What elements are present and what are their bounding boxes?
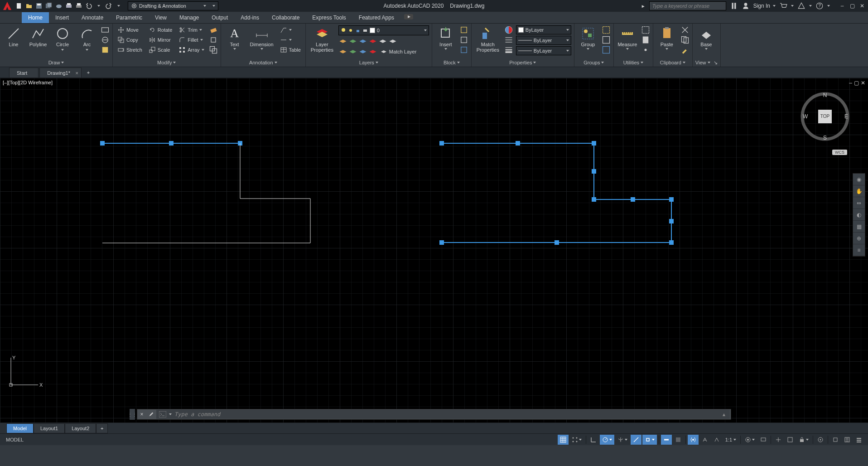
layer-properties-button[interactable]: Layer Properties [309,25,336,53]
cart-icon[interactable] [779,2,787,10]
panel-groups-title[interactable]: Groups [577,58,611,67]
otrack-icon[interactable] [631,435,641,445]
arc-button[interactable]: Arc [76,25,98,51]
customize-icon[interactable] [854,435,864,445]
isolate-icon[interactable] [815,435,826,445]
ortho-icon[interactable] [588,435,599,445]
dimension-button[interactable]: Dimension [248,25,275,50]
qat-plot-icon[interactable] [64,1,73,10]
command-input[interactable]: Type a command [174,411,220,417]
text-button[interactable]: AText [224,25,246,50]
command-drag-handle[interactable]: ⋮⋮ [130,409,135,420]
trim-button[interactable]: Trim [177,25,206,34]
tab-insert[interactable]: Insert [49,12,75,23]
nav-pan-icon[interactable]: ✋ [853,185,865,197]
lock-ui-icon[interactable] [796,435,811,445]
units-icon[interactable] [773,435,784,445]
qat-save-icon[interactable] [34,1,43,10]
group-edit-icon[interactable] [602,35,611,44]
color-selector[interactable]: ByLayer [516,25,571,34]
calc-icon[interactable] [641,35,650,44]
hardware-accel-icon[interactable] [830,435,841,445]
tab-featured[interactable]: Featured Apps [352,12,400,23]
qat-cloud-icon[interactable] [54,1,63,10]
command-settings-icon[interactable] [146,411,155,418]
tab-play-icon[interactable] [400,12,417,23]
file-tab-drawing1[interactable]: Drawing1*× [39,68,82,78]
layer-tool-1[interactable] [338,37,347,46]
point-icon[interactable] [641,45,650,54]
layer-tool-10[interactable] [368,47,377,56]
layer-tool-2[interactable] [348,37,357,46]
tab-output[interactable]: Output [205,12,234,23]
clean-screen-icon[interactable] [842,435,853,445]
vp-maximize-icon[interactable]: ▢ [854,80,859,86]
maximize-button[interactable]: ▢ [848,2,856,10]
snap-mode-icon[interactable] [569,435,584,445]
insert-button[interactable]: Insert [435,25,457,50]
table-button[interactable]: Table [278,45,303,54]
scale-button[interactable]: Scale [147,45,174,54]
osnap-icon[interactable] [642,435,657,445]
qat-redo-icon[interactable] [104,1,113,10]
brush-icon[interactable] [680,45,690,54]
close-button[interactable]: ✕ [858,2,866,10]
panel-block-title[interactable]: Block [435,58,468,67]
array-button[interactable]: Array [177,45,206,54]
nav-6-icon[interactable]: ≡ [853,244,865,256]
help-icon[interactable]: ? [815,2,824,10]
drawing-canvas[interactable]: [–][Top][2D Wireframe] – ▢ ✕ TOP N S W E… [0,78,868,422]
layer-tool-3[interactable] [358,37,367,46]
nav-orbit-icon[interactable]: ◐ [853,209,865,221]
rotate-button[interactable]: Rotate [147,25,174,34]
command-close-icon[interactable]: × [137,411,146,417]
edit-block-icon[interactable] [459,35,468,44]
mirror-button[interactable]: Mirror [147,35,174,44]
nav-5-icon[interactable]: ⊕ [853,233,865,244]
panel-annotation-title[interactable]: Annotation [224,58,303,67]
workspace-selector[interactable]: Drafting & Annotation [128,1,218,10]
grid-display-icon[interactable] [558,435,569,445]
match-layer-button[interactable]: Match Layer [378,47,419,56]
new-file-tab[interactable]: + [82,68,94,78]
anno-monitor-icon[interactable] [758,435,769,445]
layer-tool-6[interactable] [388,37,397,46]
color-wheel-icon[interactable] [504,25,513,34]
nav-wheel-icon[interactable]: ◉ [853,174,865,185]
linetype-list-icon[interactable] [504,35,513,44]
minimize-button[interactable]: – [838,2,846,10]
a360-icon[interactable] [797,2,805,10]
anno-scale[interactable]: 1:1 [723,435,738,445]
line-button[interactable]: Line [3,25,24,47]
signin-icon[interactable] [742,2,750,10]
layer-tool-4[interactable] [368,37,377,46]
signin-drop[interactable] [773,5,776,7]
paste-button[interactable]: Paste [656,25,678,50]
tab-collaborate[interactable]: Collaborate [265,12,306,23]
help-drop[interactable] [827,5,830,7]
anno-auto-icon[interactable] [711,435,722,445]
linetype-selector[interactable]: ByLayer [516,36,571,45]
workspace-switch-icon[interactable] [743,435,757,445]
lineweight-selector[interactable]: ByLayer [516,46,571,55]
panel-clipboard-title[interactable]: Clipboard [656,58,690,67]
layer-tool-5[interactable] [378,37,387,46]
viewport-label[interactable]: [–][Top][2D Wireframe] [3,80,53,85]
hatch-icon[interactable] [101,35,110,44]
tab-express[interactable]: Express Tools [306,12,352,23]
base-button[interactable]: Base [695,25,717,50]
layer-tool-9[interactable] [358,47,367,56]
layout-tab-layout2[interactable]: Layout2 [65,423,96,433]
ungroup-icon[interactable] [602,25,611,34]
cut-icon[interactable] [680,25,690,34]
layout-tab-model[interactable]: Model [6,423,34,433]
nav-show-icon[interactable]: ▦ [853,221,865,233]
create-block-icon[interactable] [459,25,468,34]
layout-tab-add[interactable]: + [96,423,108,433]
command-history-icon[interactable]: ▴ [723,411,727,417]
copy-clip-icon[interactable] [680,35,690,44]
leader2-button[interactable] [278,35,303,44]
nav-zoom-icon[interactable]: ⇔ [853,197,865,209]
command-line[interactable]: × Type a command ▴ [137,409,731,420]
a360-drop[interactable] [809,5,812,7]
